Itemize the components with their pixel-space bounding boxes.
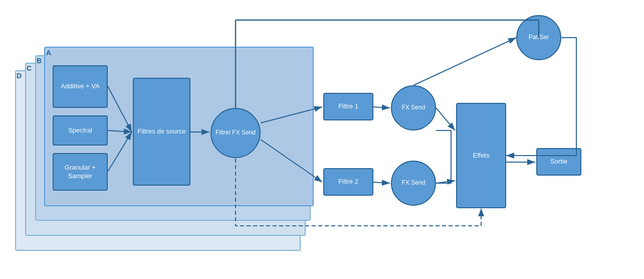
par-ser-circle: Par/Ser [516, 15, 561, 60]
filtre-fx-send-circle: Filtre/ FX Send [210, 108, 261, 158]
label-a: A [46, 49, 51, 57]
additive-va-box: Additive + VA [53, 65, 108, 108]
effets-box: Effets [456, 103, 506, 208]
svg-line-11 [436, 108, 455, 130]
svg-line-10 [413, 38, 516, 85]
label-c: C [27, 64, 32, 72]
label-d: D [17, 72, 22, 80]
diagram-container: A B C D Additive + VA Spectral Granular … [0, 0, 644, 279]
spectral-box: Spectral [53, 115, 108, 146]
svg-line-9 [373, 182, 390, 183]
fx-send-top-circle: FX Send [391, 85, 436, 130]
filtre1-box: Filtre 1 [323, 93, 373, 120]
filtres-source-box: Filtres de source [133, 78, 190, 186]
svg-line-8 [373, 107, 390, 108]
granular-box: Granular + Sampler [53, 153, 108, 191]
label-b: B [37, 57, 42, 65]
filtre2-box: Filtre 2 [323, 168, 373, 196]
sortie-box: Sortie [536, 148, 581, 176]
fx-send-bottom-circle: FX Send [391, 161, 436, 206]
svg-line-12 [436, 181, 455, 183]
